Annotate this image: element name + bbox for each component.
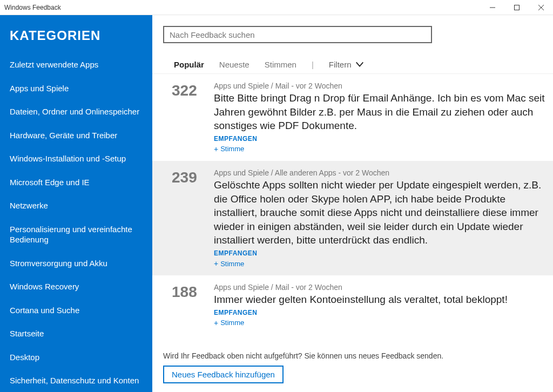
maximize-button[interactable]: [504, 0, 529, 15]
feedback-list[interactable]: 322Apps und Spiele / Mail - vor 2 Wochen…: [152, 74, 553, 345]
sort-tabs: Populär Neueste Stimmen | Filtern: [152, 52, 553, 74]
feedback-status: EMPFANGEN: [214, 135, 549, 143]
upvote-label: Stimme: [220, 145, 244, 153]
upvote-label: Stimme: [220, 260, 244, 268]
sidebar-item[interactable]: Desktop: [0, 346, 152, 369]
sidebar-item[interactable]: Microsoft Edge und IE: [0, 171, 152, 194]
feedback-item[interactable]: 322Apps und Spiele / Mail - vor 2 Wochen…: [152, 74, 553, 161]
feedback-body: Apps und Spiele / Mail - vor 2 WochenBit…: [214, 82, 549, 153]
app-body: KATEGORIEN Zuletzt verwendete AppsApps u…: [0, 15, 553, 392]
feedback-item[interactable]: 188Apps und Spiele / Mail - vor 2 Wochen…: [152, 275, 553, 335]
tab-newest[interactable]: Neueste: [219, 60, 249, 69]
window-title: Windows Feedback: [0, 4, 61, 11]
tab-separator: |: [312, 60, 314, 69]
feedback-text: Immer wieder gelten Kontoeinstellung als…: [214, 293, 549, 307]
search-wrap: [152, 15, 553, 52]
feedback-status: EMPFANGEN: [214, 249, 549, 257]
sidebar-item[interactable]: Startseite: [0, 322, 152, 346]
sidebar-item[interactable]: Hardware, Geräte und Treiber: [0, 124, 152, 147]
sidebar-item[interactable]: Netzwerke: [0, 194, 152, 218]
filter-dropdown[interactable]: Filtern: [329, 59, 365, 69]
feedback-status: EMPFANGEN: [214, 309, 549, 316]
sidebar-item[interactable]: Apps und Spiele: [0, 77, 152, 100]
new-feedback-button[interactable]: Neues Feedback hinzufügen: [163, 366, 284, 383]
feedback-meta: Apps und Spiele / Mail - vor 2 Wochen: [214, 283, 549, 292]
feedback-body: Apps und Spiele / Alle anderen Apps - vo…: [214, 168, 549, 268]
feedback-text: Bitte Bitte bringt Drag n Drop für Email…: [214, 91, 549, 133]
feedback-item[interactable]: 239Apps und Spiele / Alle anderen Apps -…: [152, 161, 553, 275]
sidebar-item[interactable]: Windows-Installation und -Setup: [0, 147, 152, 171]
feedback-meta: Apps und Spiele / Alle anderen Apps - vo…: [214, 168, 549, 177]
vote-count: 188: [172, 283, 204, 327]
upvote-button[interactable]: +Stimme: [214, 145, 549, 153]
plus-icon: +: [214, 319, 218, 327]
sidebar-item[interactable]: Zuletzt verwendete Apps: [0, 53, 152, 77]
filter-label: Filtern: [329, 60, 352, 69]
window-controls: [480, 0, 553, 15]
chevron-down-icon: [355, 59, 365, 69]
footer: Wird Ihr Feedback oben nicht aufgeführt?…: [152, 345, 553, 392]
upvote-button[interactable]: +Stimme: [214, 319, 549, 327]
plus-icon: +: [214, 145, 218, 153]
svg-rect-1: [514, 5, 519, 10]
sidebar-item[interactable]: Sicherheit, Datenschutz und Konten: [0, 369, 152, 392]
footer-prompt: Wird Ihr Feedback oben nicht aufgeführt?…: [163, 352, 542, 360]
sidebar-item[interactable]: Dateien, Ordner und Onlinespeicher: [0, 100, 152, 124]
upvote-label: Stimme: [220, 319, 244, 327]
sidebar-heading: KATEGORIEN: [0, 25, 152, 53]
plus-icon: +: [214, 259, 218, 268]
main-panel: Populär Neueste Stimmen | Filtern 322App…: [152, 15, 553, 392]
titlebar: Windows Feedback: [0, 0, 553, 15]
sidebar: KATEGORIEN Zuletzt verwendete AppsApps u…: [0, 15, 152, 392]
sidebar-item[interactable]: Personalisierung und vereinfachte Bedien…: [0, 218, 152, 252]
tab-votes[interactable]: Stimmen: [265, 60, 296, 69]
minimize-button[interactable]: [480, 0, 504, 15]
sidebar-item[interactable]: Windows Recovery: [0, 275, 152, 299]
sidebar-items: Zuletzt verwendete AppsApps und SpieleDa…: [0, 53, 152, 392]
sidebar-item[interactable]: Cortana und Suche: [0, 299, 152, 322]
vote-count: 239: [172, 168, 204, 268]
close-button[interactable]: [529, 0, 553, 15]
feedback-meta: Apps und Spiele / Mail - vor 2 Wochen: [214, 82, 549, 90]
feedback-body: Apps und Spiele / Mail - vor 2 WochenImm…: [214, 283, 549, 327]
tab-popular[interactable]: Populär: [174, 60, 204, 69]
feedback-text: Gelöschte Apps sollten nicht wieder per …: [214, 178, 549, 247]
upvote-button[interactable]: +Stimme: [214, 259, 549, 268]
vote-count: 322: [172, 82, 204, 153]
search-input[interactable]: [163, 26, 432, 43]
sidebar-item[interactable]: Stromversorgung und Akku: [0, 252, 152, 275]
